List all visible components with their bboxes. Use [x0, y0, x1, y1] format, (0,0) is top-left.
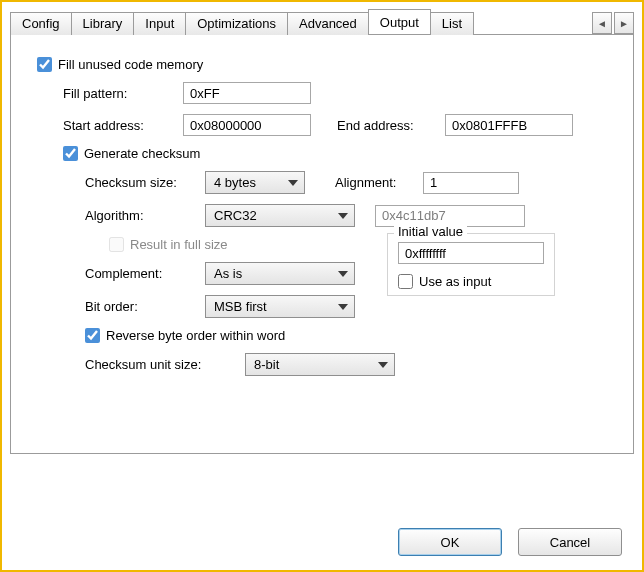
complement-select[interactable]: As is: [205, 262, 355, 285]
chevron-down-icon: [338, 304, 348, 310]
chevron-down-icon: [338, 213, 348, 219]
algorithm-value: CRC32: [214, 208, 257, 223]
start-address-label: Start address:: [63, 118, 183, 133]
tab-strip: Config Library Input Optimizations Advan…: [10, 8, 634, 34]
tab-output[interactable]: Output: [368, 9, 431, 34]
tab-optimizations[interactable]: Optimizations: [185, 12, 288, 35]
fill-pattern-label: Fill pattern:: [63, 86, 183, 101]
end-address-input[interactable]: [445, 114, 573, 136]
checksum-size-value: 4 bytes: [214, 175, 256, 190]
chevron-down-icon: [288, 180, 298, 186]
checksum-unit-size-value: 8-bit: [254, 357, 279, 372]
checksum-unit-size-label: Checksum unit size:: [85, 357, 245, 372]
alignment-input[interactable]: [423, 172, 519, 194]
reverse-byte-order-checkbox[interactable]: [85, 328, 100, 343]
tab-advanced[interactable]: Advanced: [287, 12, 369, 35]
complement-value: As is: [214, 266, 242, 281]
end-address-label: End address:: [337, 118, 445, 133]
reverse-byte-order-label: Reverse byte order within word: [106, 328, 285, 343]
tab-library[interactable]: Library: [71, 12, 135, 35]
chevron-down-icon: [338, 271, 348, 277]
tab-input[interactable]: Input: [133, 12, 186, 35]
alignment-label: Alignment:: [335, 175, 423, 190]
generate-checksum-checkbox[interactable]: [63, 146, 78, 161]
complement-label: Complement:: [85, 266, 205, 281]
use-as-input-checkbox[interactable]: [398, 274, 413, 289]
algorithm-select[interactable]: CRC32: [205, 204, 355, 227]
initial-value-input[interactable]: [398, 242, 544, 264]
initial-value-group: Initial value Use as input: [387, 233, 555, 296]
initial-value-legend: Initial value: [394, 224, 467, 239]
checksum-size-label: Checksum size:: [85, 175, 205, 190]
bit-order-select[interactable]: MSB first: [205, 295, 355, 318]
dialog-button-bar: OK Cancel: [398, 528, 622, 556]
fill-unused-checkbox[interactable]: [37, 57, 52, 72]
fill-pattern-input[interactable]: [183, 82, 311, 104]
cancel-button[interactable]: Cancel: [518, 528, 622, 556]
chevron-down-icon: [378, 362, 388, 368]
checksum-unit-size-select[interactable]: 8-bit: [245, 353, 395, 376]
use-as-input-label: Use as input: [419, 274, 491, 289]
tab-scroll-left-button[interactable]: ◄: [592, 12, 612, 34]
tab-list[interactable]: List: [430, 12, 474, 35]
bit-order-label: Bit order:: [85, 299, 205, 314]
result-full-size-checkbox: [109, 237, 124, 252]
ok-button[interactable]: OK: [398, 528, 502, 556]
result-full-size-label: Result in full size: [130, 237, 228, 252]
bit-order-value: MSB first: [214, 299, 267, 314]
generate-checksum-label: Generate checksum: [84, 146, 200, 161]
fill-unused-label: Fill unused code memory: [58, 57, 203, 72]
algorithm-label: Algorithm:: [85, 208, 205, 223]
tab-scroll-right-button[interactable]: ►: [614, 12, 634, 34]
start-address-input[interactable]: [183, 114, 311, 136]
checksum-size-select[interactable]: 4 bytes: [205, 171, 305, 194]
tab-config[interactable]: Config: [10, 12, 72, 35]
output-tab-page: Fill unused code memory Fill pattern: St…: [10, 34, 634, 454]
